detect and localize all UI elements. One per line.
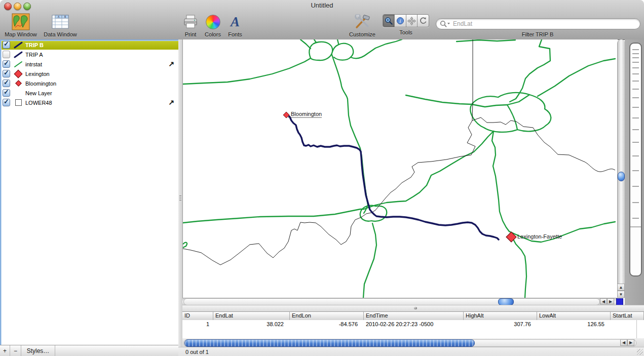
fonts-button[interactable]: A Fonts (224, 12, 246, 38)
info-icon: i (396, 17, 404, 25)
close-icon[interactable] (4, 3, 12, 10)
scroll-right-arrow[interactable]: ▶ (607, 298, 614, 304)
checkbox-checked-icon[interactable]: ✓ (3, 41, 10, 49)
checkbox-checked-icon[interactable]: ✓ (3, 89, 10, 97)
tools-segmented-control: i (383, 14, 429, 27)
selection-status: 0 out of 1 (185, 347, 644, 356)
line-swatch-navy-icon (12, 40, 24, 50)
window-title: Untitled (311, 2, 333, 9)
minimize-icon[interactable] (14, 3, 21, 10)
scroll-up-arrow[interactable]: ▲ (617, 284, 625, 291)
data-window-button[interactable]: A B Data Window (41, 12, 80, 38)
map-vscroll-thumb[interactable] (618, 172, 625, 181)
layer-row-lexington[interactable]: ✓ Lexington (0, 69, 178, 78)
table-row[interactable]: 1 38.022 -84.576 2010-02-26 20:27:23 -05… (182, 321, 644, 329)
layer-name: New Layer (25, 90, 52, 96)
map-window-icon (4, 12, 37, 31)
zoom-scale-slider[interactable] (629, 43, 642, 276)
layer-row-new-layer[interactable]: ✓ New Layer (0, 88, 178, 98)
data-window-label: Data Window (41, 31, 80, 38)
cell-endtime: 2010-02-26 20:27:23 -0500 (364, 321, 464, 329)
col-header-endtime[interactable]: EndTime (364, 312, 464, 320)
color-wheel-icon (202, 12, 224, 31)
col-header-id[interactable]: ID (182, 312, 213, 320)
svg-text:i: i (399, 18, 401, 24)
status-bar: 0 out of 1 (178, 347, 644, 356)
layer-row-trip-b[interactable]: ✓ TRIP B (0, 40, 178, 50)
col-header-endlat[interactable]: EndLat (213, 312, 290, 320)
map-window-label: Map Window (4, 31, 37, 38)
rotate-orbit-icon (419, 17, 427, 25)
lexington-label: Lexington-Fayette (517, 233, 562, 240)
search-icon (440, 20, 451, 27)
print-label: Print (179, 31, 202, 38)
scroll-down-arrow[interactable]: ▼ (617, 291, 625, 298)
cell-id: 1 (182, 321, 213, 329)
col-header-startlat[interactable]: StartLat (611, 312, 644, 320)
map-vertical-scrollbar[interactable] (617, 39, 625, 298)
cell-startlat (611, 321, 644, 329)
filter-search-value: EndLat (453, 20, 472, 27)
cell-endlat: 38.022 (213, 321, 290, 329)
rotate-tool-button[interactable] (418, 15, 429, 27)
col-header-endlon[interactable]: EndLon (290, 312, 364, 320)
map-corner-button[interactable] (616, 298, 623, 305)
diamond-small-icon (12, 78, 24, 88)
line-swatch-green-icon (12, 59, 24, 69)
print-button[interactable]: Print (179, 12, 202, 38)
magnifier-plus-icon (385, 17, 393, 25)
zoom-tool-button[interactable] (383, 15, 395, 27)
resize-grip-icon[interactable] (637, 349, 643, 355)
bloomington-marker-icon[interactable] (283, 112, 289, 118)
col-header-lowalt[interactable]: LowAlt (537, 312, 611, 320)
map-hscroll-thumb[interactable] (498, 298, 514, 305)
scale-ticks (630, 44, 641, 275)
checkbox-checked-icon[interactable]: ✓ (3, 60, 10, 68)
styles-button[interactable]: Styles… (21, 345, 55, 356)
boundary-river-layer (183, 39, 615, 265)
empty-swatch (12, 88, 24, 98)
bloomington-label: Bloomington (291, 111, 322, 117)
add-layer-button[interactable]: + (0, 345, 10, 356)
fonts-icon: A (224, 12, 246, 31)
tools-group: i Tools (383, 12, 429, 38)
remove-layer-button[interactable]: − (10, 345, 21, 356)
fonts-label: Fonts (224, 31, 246, 38)
checkbox-checked-icon[interactable]: ✓ (3, 70, 10, 77)
layer-row-intrstat[interactable]: ✓ intrstat ↗ (0, 59, 178, 69)
cell-lowalt: 126.55 (537, 321, 611, 329)
splitter-dimple-icon (414, 307, 417, 309)
filter-search-field[interactable]: EndLat (436, 18, 640, 29)
move-arrows-icon (407, 17, 416, 25)
table-hscroll-thumb[interactable] (184, 339, 475, 347)
map-hscroll-track[interactable] (183, 298, 600, 305)
pan-tool-button[interactable] (406, 15, 418, 27)
splitter-grip-icon (179, 195, 181, 201)
colors-label: Colors (202, 31, 224, 38)
customize-button[interactable]: Customize (348, 12, 377, 38)
table-header: ID EndLat EndLon EndTime HighAlt LowAlt … (182, 311, 644, 321)
app-window: Untitled Map Window A (0, 0, 644, 356)
table-scroll-left-arrow[interactable]: ◀ (620, 339, 627, 346)
scale-strip: 2,530 (625, 39, 644, 305)
map-canvas[interactable]: Bloomington Lexington-Fayette (182, 39, 618, 298)
export-arrow-icon[interactable]: ↗ (168, 60, 174, 68)
checkbox-checked-icon[interactable]: ✓ (3, 80, 10, 87)
colors-button[interactable]: Colors (202, 12, 224, 38)
table-scroll-right-arrow[interactable]: ▶ (627, 339, 634, 346)
scroll-left-arrow[interactable]: ◀ (600, 298, 607, 304)
map-window-button[interactable]: Map Window (4, 12, 37, 38)
square-outline-icon (12, 98, 24, 107)
export-arrow-icon[interactable]: ↗ (168, 98, 174, 107)
checkbox-unchecked-icon[interactable] (3, 51, 10, 58)
diamond-large-icon (12, 69, 24, 78)
info-tool-button[interactable]: i (395, 15, 406, 27)
layer-row-bloomington[interactable]: ✓ Bloomington (0, 78, 178, 88)
layer-row-lower48[interactable]: ✓ LOWER48 ↗ (0, 98, 178, 107)
zoom-icon[interactable] (23, 3, 31, 10)
tools-label: Tools (383, 29, 429, 36)
checkbox-checked-icon[interactable]: ✓ (3, 99, 10, 106)
titlebar[interactable]: Untitled (0, 0, 644, 11)
col-header-highalt[interactable]: HighAlt (464, 312, 537, 320)
layer-row-trip-a[interactable]: TRIP A (0, 50, 178, 59)
